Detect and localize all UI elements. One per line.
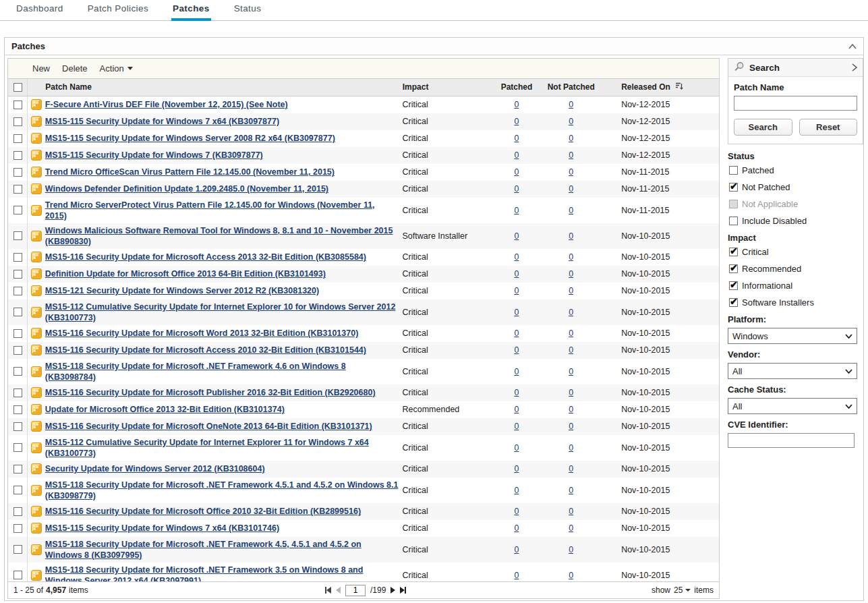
patch-name-link[interactable]: Windows Malicious Software Removal Tool … <box>45 226 393 246</box>
patch-name-link[interactable]: F-Secure Anti-Virus DEF File (November 1… <box>45 100 288 109</box>
patch-name-link[interactable]: MS15-115 Security Update for Windows 7 x… <box>45 117 279 126</box>
not-patched-count-link[interactable]: 0 <box>569 134 573 143</box>
patched-count-link[interactable]: 0 <box>514 388 519 397</box>
row-checkbox[interactable] <box>13 465 22 473</box>
row-checkbox[interactable] <box>13 270 22 279</box>
patched-count-link[interactable]: 0 <box>514 486 519 495</box>
filter-checkbox[interactable] <box>729 281 738 290</box>
row-checkbox[interactable] <box>13 507 22 516</box>
row-checkbox[interactable] <box>13 185 22 194</box>
filter-checkbox[interactable] <box>729 166 738 175</box>
not-patched-count-link[interactable]: 0 <box>569 252 573 262</box>
vendor-select[interactable]: All <box>728 363 857 379</box>
patched-count-link[interactable]: 0 <box>514 328 519 338</box>
patch-name-link[interactable]: Trend Micro ServerProtect Virus Pattern … <box>45 200 375 221</box>
first-page-button[interactable] <box>325 587 331 594</box>
last-page-button[interactable] <box>400 587 406 594</box>
patch-name-link[interactable]: MS15-118 Security Update for Microsoft .… <box>45 362 346 382</box>
patch-name-link[interactable]: MS15-115 Security Update for Windows Ser… <box>45 134 335 143</box>
not-patched-count-link[interactable]: 0 <box>569 571 573 580</box>
patch-name-link[interactable]: MS15-116 Security Update for Microsoft A… <box>45 252 366 262</box>
filter-checkbox[interactable] <box>729 248 738 256</box>
cache-status-select[interactable]: All <box>728 398 857 414</box>
not-patched-count-link[interactable]: 0 <box>569 507 573 516</box>
patched-count-link[interactable]: 0 <box>514 150 519 160</box>
row-checkbox[interactable] <box>13 151 22 160</box>
sort-descending-icon[interactable] <box>676 82 683 92</box>
row-checkbox[interactable] <box>13 168 22 177</box>
patched-count-link[interactable]: 0 <box>514 345 519 355</box>
row-checkbox[interactable] <box>13 545 22 554</box>
patch-name-link[interactable]: MS15-118 Security Update for Microsoft .… <box>45 480 399 500</box>
patch-name-link[interactable]: Security Update for Windows Server 2012 … <box>45 464 265 473</box>
not-patched-count-link[interactable]: 0 <box>569 443 573 453</box>
row-checkbox[interactable] <box>13 206 22 214</box>
not-patched-count-link[interactable]: 0 <box>569 388 573 397</box>
column-header-not-patched[interactable]: Not Patched <box>540 82 602 92</box>
not-patched-count-link[interactable]: 0 <box>569 464 573 473</box>
row-checkbox[interactable] <box>13 231 22 240</box>
not-patched-count-link[interactable]: 0 <box>569 167 573 177</box>
patch-name-link[interactable]: Windows Defender Definition Update 1.209… <box>45 184 328 194</box>
row-checkbox[interactable] <box>13 443 22 452</box>
row-checkbox[interactable] <box>13 100 22 109</box>
patched-count-link[interactable]: 0 <box>514 367 519 376</box>
not-patched-count-link[interactable]: 0 <box>569 367 573 376</box>
next-page-button[interactable] <box>390 587 395 594</box>
not-patched-count-link[interactable]: 0 <box>569 286 573 295</box>
delete-button[interactable]: Delete <box>62 63 88 74</box>
row-checkbox[interactable] <box>13 524 22 533</box>
patch-name-filter-input[interactable] <box>734 96 857 111</box>
chevron-right-icon[interactable] <box>852 63 857 71</box>
filter-checkbox[interactable] <box>729 298 738 307</box>
not-patched-count-link[interactable]: 0 <box>569 405 573 414</box>
patch-name-link[interactable]: MS15-121 Security Update for Windows Ser… <box>45 286 319 295</box>
tab-dashboard[interactable]: Dashboard <box>15 0 65 21</box>
not-patched-count-link[interactable]: 0 <box>569 422 573 431</box>
patch-name-link[interactable]: MS15-112 Cumulative Security Update for … <box>45 302 396 322</box>
row-checkbox[interactable] <box>13 253 22 262</box>
not-patched-count-link[interactable]: 0 <box>569 231 573 241</box>
cve-input[interactable] <box>728 433 855 448</box>
platform-select[interactable]: Windows <box>728 328 857 344</box>
patched-count-link[interactable]: 0 <box>514 571 519 580</box>
page-size-dropdown[interactable]: 25 <box>674 585 691 595</box>
patch-name-link[interactable]: MS15-116 Security Update for Microsoft P… <box>45 388 376 397</box>
patched-count-link[interactable]: 0 <box>514 422 519 431</box>
row-checkbox[interactable] <box>13 367 22 376</box>
patched-count-link[interactable]: 0 <box>514 523 519 533</box>
patched-count-link[interactable]: 0 <box>514 507 519 516</box>
patched-count-link[interactable]: 0 <box>514 100 519 109</box>
patched-count-link[interactable]: 0 <box>514 269 519 279</box>
page-number-input[interactable] <box>345 585 366 596</box>
tab-patch-policies[interactable]: Patch Policies <box>86 0 150 21</box>
not-patched-count-link[interactable]: 0 <box>569 345 573 355</box>
not-patched-count-link[interactable]: 0 <box>569 150 573 160</box>
patch-name-link[interactable]: MS15-116 Security Update for Microsoft A… <box>45 345 366 355</box>
row-checkbox[interactable] <box>13 329 22 338</box>
not-patched-count-link[interactable]: 0 <box>569 328 573 338</box>
row-checkbox[interactable] <box>13 117 22 126</box>
filter-checkbox[interactable] <box>729 217 738 225</box>
reset-button[interactable]: Reset <box>799 119 858 136</box>
patched-count-link[interactable]: 0 <box>514 184 519 194</box>
row-checkbox[interactable] <box>13 405 22 414</box>
row-checkbox[interactable] <box>13 346 22 355</box>
patch-name-link[interactable]: MS15-116 Security Update for Microsoft O… <box>45 507 361 516</box>
patched-count-link[interactable]: 0 <box>514 464 519 473</box>
not-patched-count-link[interactable]: 0 <box>569 545 573 554</box>
patch-name-link[interactable]: MS15-118 Security Update for Microsoft .… <box>45 565 364 581</box>
row-checkbox[interactable] <box>13 389 22 397</box>
tab-status[interactable]: Status <box>233 0 263 21</box>
patch-name-link[interactable]: MS15-112 Cumulative Security Update for … <box>45 438 369 458</box>
not-patched-count-link[interactable]: 0 <box>569 269 573 279</box>
previous-page-button[interactable] <box>336 587 341 594</box>
patched-count-link[interactable]: 0 <box>514 308 519 317</box>
row-checkbox[interactable] <box>13 287 22 295</box>
new-button[interactable]: New <box>32 63 50 74</box>
patched-count-link[interactable]: 0 <box>514 134 519 143</box>
patched-count-link[interactable]: 0 <box>514 206 519 215</box>
column-header-patched[interactable]: Patched <box>494 82 540 92</box>
not-patched-count-link[interactable]: 0 <box>569 117 573 126</box>
row-checkbox[interactable] <box>13 571 22 579</box>
